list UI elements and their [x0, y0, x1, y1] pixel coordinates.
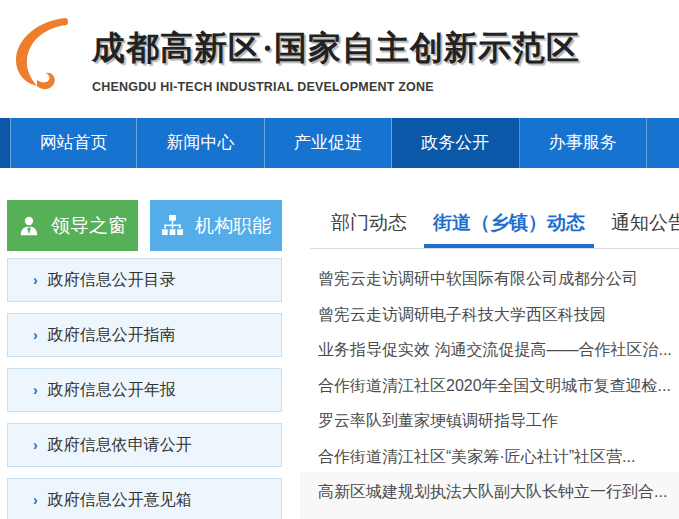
site-title: 成都高新区·国家自主创新示范区	[92, 26, 580, 71]
site-brand[interactable]: 成都高新区·国家自主创新示范区 CHENGDU HI-TECH INDUSTRI…	[10, 16, 580, 94]
sidebar-link-suggestion-box[interactable]: › 政府信息公开意见箱	[7, 478, 282, 519]
nav-item-news-center[interactable]: 新闻中心	[137, 118, 264, 168]
person-icon	[18, 215, 40, 237]
sidebar-buttons: 领导之窗 机构职能	[7, 200, 282, 251]
sidebar-link-label: 政府信息依申请公开	[48, 435, 192, 456]
news-item[interactable]: 曾宪云走访调研电子科技大学西区科技园	[318, 297, 679, 333]
leaders-window-label: 领导之窗	[51, 213, 127, 239]
chevron-right-icon: ›	[33, 437, 38, 453]
tab-street-township-news[interactable]: 街道（乡镇）动态	[424, 203, 594, 248]
news-item[interactable]: 业务指导促实效 沟通交流促提高——合作社区治...	[318, 332, 679, 368]
news-item[interactable]: 高新区城建规划执法大队副大队长钟立一行到合...	[318, 474, 679, 510]
news-tabs: 部门动态 街道（乡镇）动态 通知公告	[310, 203, 679, 249]
tab-notices[interactable]: 通知公告	[602, 203, 679, 248]
org-chart-icon	[161, 214, 184, 237]
news-list: 曾宪云走访调研中软国际有限公司成都分公司 曾宪云走访调研电子科技大学西区科技园 …	[310, 261, 679, 510]
logo-swoosh-icon	[10, 16, 80, 90]
sidebar-link-label: 政府信息公开目录	[48, 270, 176, 291]
chevron-right-icon: ›	[33, 272, 38, 288]
sidebar-link-disclosure-request[interactable]: › 政府信息依申请公开	[7, 423, 282, 467]
nav-item-services[interactable]: 办事服务	[520, 118, 647, 168]
sidebar-links: › 政府信息公开目录 › 政府信息公开指南 › 政府信息公开年报 › 政府信息依…	[7, 258, 282, 519]
sidebar-link-annual-report[interactable]: › 政府信息公开年报	[7, 368, 282, 412]
sidebar-link-label: 政府信息公开年报	[48, 380, 176, 401]
org-functions-label: 机构职能	[195, 213, 271, 239]
chevron-right-icon: ›	[33, 492, 38, 508]
main-nav: 网站首页 新闻中心 产业促进 政务公开 办事服务	[0, 118, 679, 168]
news-item[interactable]: 合作街道清江社区2020年全国文明城市复查迎检...	[318, 368, 679, 404]
site-titles: 成都高新区·国家自主创新示范区 CHENGDU HI-TECH INDUSTRI…	[92, 16, 580, 94]
news-item[interactable]: 曾宪云走访调研中软国际有限公司成都分公司	[318, 261, 679, 297]
news-panel: 部门动态 街道（乡镇）动态 通知公告 曾宪云走访调研中软国际有限公司成都分公司 …	[310, 203, 679, 510]
chevron-right-icon: ›	[33, 382, 38, 398]
sidebar-link-info-guide[interactable]: › 政府信息公开指南	[7, 313, 282, 357]
sidebar: 领导之窗 机构职能 › 政府信息公开目录	[7, 200, 282, 519]
page: 成都高新区·国家自主创新示范区 CHENGDU HI-TECH INDUSTRI…	[0, 0, 679, 519]
sidebar-link-label: 政府信息公开指南	[48, 325, 176, 346]
nav-item-gov-affairs[interactable]: 政务公开	[392, 118, 519, 168]
chevron-right-icon: ›	[33, 327, 38, 343]
nav-item-home[interactable]: 网站首页	[10, 118, 137, 168]
tab-department-news[interactable]: 部门动态	[322, 203, 416, 248]
sidebar-link-info-catalog[interactable]: › 政府信息公开目录	[7, 258, 282, 302]
nav-left-edge	[0, 118, 10, 168]
sidebar-link-label: 政府信息公开意见箱	[48, 490, 192, 511]
news-item[interactable]: 罗云率队到董家埂镇调研指导工作	[318, 403, 679, 439]
nav-item-industry[interactable]: 产业促进	[265, 118, 392, 168]
site-subtitle: CHENGDU HI-TECH INDUSTRIAL DEVELOPMENT Z…	[92, 80, 580, 94]
leaders-window-button[interactable]: 领导之窗	[7, 200, 138, 251]
news-item[interactable]: 合作街道清江社区“美家筹·匠心社计”社区营...	[318, 439, 679, 475]
org-functions-button[interactable]: 机构职能	[150, 200, 282, 251]
